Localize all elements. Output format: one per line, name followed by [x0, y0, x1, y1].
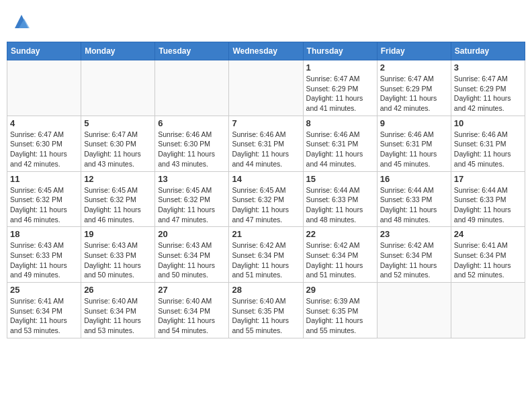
- day-number: 10: [454, 118, 522, 128]
- day-of-week-header: Monday: [81, 42, 155, 60]
- day-info: Sunrise: 6:42 AM Sunset: 6:34 PM Dayligh…: [232, 240, 300, 280]
- day-number: 20: [158, 229, 226, 239]
- calendar-cell: 12Sunrise: 6:45 AM Sunset: 6:32 PM Dayli…: [81, 171, 155, 227]
- calendar-cell: 6Sunrise: 6:46 AM Sunset: 6:30 PM Daylig…: [155, 116, 229, 171]
- day-number: 25: [10, 285, 78, 295]
- calendar-cell: 21Sunrise: 6:42 AM Sunset: 6:34 PM Dayli…: [229, 227, 303, 283]
- day-number: 29: [306, 285, 374, 295]
- day-info: Sunrise: 6:46 AM Sunset: 6:31 PM Dayligh…: [380, 130, 448, 169]
- day-number: 19: [84, 229, 152, 239]
- day-info: Sunrise: 6:40 AM Sunset: 6:34 PM Dayligh…: [84, 296, 152, 336]
- calendar-cell: 8Sunrise: 6:46 AM Sunset: 6:31 PM Daylig…: [303, 116, 377, 171]
- calendar-cell: 23Sunrise: 6:42 AM Sunset: 6:34 PM Dayli…: [377, 227, 451, 283]
- day-number: 6: [158, 118, 226, 128]
- day-info: Sunrise: 6:43 AM Sunset: 6:33 PM Dayligh…: [84, 240, 152, 280]
- day-of-week-header: Tuesday: [155, 42, 229, 60]
- calendar-cell: 2Sunrise: 6:47 AM Sunset: 6:29 PM Daylig…: [377, 60, 451, 116]
- day-info: Sunrise: 6:47 AM Sunset: 6:30 PM Dayligh…: [84, 130, 152, 169]
- day-of-week-header: Wednesday: [229, 42, 303, 60]
- day-number: 27: [158, 285, 226, 295]
- calendar-cell: 4Sunrise: 6:47 AM Sunset: 6:30 PM Daylig…: [7, 116, 81, 171]
- calendar-cell: 22Sunrise: 6:42 AM Sunset: 6:34 PM Dayli…: [303, 227, 377, 283]
- day-info: Sunrise: 6:44 AM Sunset: 6:33 PM Dayligh…: [454, 185, 522, 225]
- calendar-cell: 25Sunrise: 6:41 AM Sunset: 6:34 PM Dayli…: [7, 283, 81, 338]
- day-number: 5: [84, 118, 152, 128]
- day-number: 24: [454, 229, 522, 239]
- day-of-week-header: Sunday: [7, 42, 81, 60]
- calendar-cell: [229, 60, 303, 116]
- calendar-cell: 1Sunrise: 6:47 AM Sunset: 6:29 PM Daylig…: [303, 60, 377, 116]
- day-info: Sunrise: 6:43 AM Sunset: 6:33 PM Dayligh…: [10, 240, 78, 280]
- day-of-week-header: Friday: [377, 42, 451, 60]
- calendar-week-row: 4Sunrise: 6:47 AM Sunset: 6:30 PM Daylig…: [7, 116, 525, 171]
- day-number: 17: [454, 174, 522, 184]
- day-number: 12: [84, 174, 152, 184]
- day-info: Sunrise: 6:41 AM Sunset: 6:34 PM Dayligh…: [454, 240, 522, 280]
- day-number: 7: [232, 118, 300, 128]
- day-info: Sunrise: 6:46 AM Sunset: 6:31 PM Dayligh…: [454, 130, 522, 169]
- calendar-cell: 5Sunrise: 6:47 AM Sunset: 6:30 PM Daylig…: [81, 116, 155, 171]
- day-number: 4: [10, 118, 78, 128]
- day-number: 9: [380, 118, 448, 128]
- day-info: Sunrise: 6:40 AM Sunset: 6:35 PM Dayligh…: [232, 296, 300, 336]
- day-info: Sunrise: 6:44 AM Sunset: 6:33 PM Dayligh…: [306, 185, 374, 225]
- calendar-week-row: 1Sunrise: 6:47 AM Sunset: 6:29 PM Daylig…: [7, 60, 525, 116]
- logo-icon: [12, 12, 31, 31]
- day-number: 1: [306, 62, 374, 73]
- day-number: 28: [232, 285, 300, 295]
- page-header: [7, 7, 525, 36]
- calendar-cell: 10Sunrise: 6:46 AM Sunset: 6:31 PM Dayli…: [451, 116, 525, 171]
- calendar-cell: 28Sunrise: 6:40 AM Sunset: 6:35 PM Dayli…: [229, 283, 303, 338]
- day-info: Sunrise: 6:45 AM Sunset: 6:32 PM Dayligh…: [232, 185, 300, 225]
- day-info: Sunrise: 6:42 AM Sunset: 6:34 PM Dayligh…: [380, 240, 448, 280]
- calendar-cell: 3Sunrise: 6:47 AM Sunset: 6:29 PM Daylig…: [451, 60, 525, 116]
- calendar-cell: 24Sunrise: 6:41 AM Sunset: 6:34 PM Dayli…: [451, 227, 525, 283]
- calendar-cell: [155, 60, 229, 116]
- day-of-week-header: Saturday: [451, 42, 525, 60]
- calendar-cell: 15Sunrise: 6:44 AM Sunset: 6:33 PM Dayli…: [303, 171, 377, 227]
- day-info: Sunrise: 6:45 AM Sunset: 6:32 PM Dayligh…: [84, 185, 152, 225]
- day-info: Sunrise: 6:46 AM Sunset: 6:31 PM Dayligh…: [306, 130, 374, 169]
- day-number: 16: [380, 174, 448, 184]
- day-info: Sunrise: 6:47 AM Sunset: 6:29 PM Dayligh…: [306, 74, 374, 113]
- calendar-cell: 16Sunrise: 6:44 AM Sunset: 6:33 PM Dayli…: [377, 171, 451, 227]
- day-info: Sunrise: 6:42 AM Sunset: 6:34 PM Dayligh…: [306, 240, 374, 280]
- day-info: Sunrise: 6:45 AM Sunset: 6:32 PM Dayligh…: [10, 185, 78, 225]
- day-info: Sunrise: 6:41 AM Sunset: 6:34 PM Dayligh…: [10, 296, 78, 336]
- calendar-week-row: 25Sunrise: 6:41 AM Sunset: 6:34 PM Dayli…: [7, 283, 525, 338]
- day-number: 14: [232, 174, 300, 184]
- day-number: 8: [306, 118, 374, 128]
- logo: [9, 12, 31, 31]
- calendar-cell: 19Sunrise: 6:43 AM Sunset: 6:33 PM Dayli…: [81, 227, 155, 283]
- day-info: Sunrise: 6:47 AM Sunset: 6:30 PM Dayligh…: [10, 130, 78, 169]
- day-number: 13: [158, 174, 226, 184]
- day-number: 23: [380, 229, 448, 239]
- day-info: Sunrise: 6:47 AM Sunset: 6:29 PM Dayligh…: [454, 74, 522, 113]
- calendar-cell: 18Sunrise: 6:43 AM Sunset: 6:33 PM Dayli…: [7, 227, 81, 283]
- day-info: Sunrise: 6:45 AM Sunset: 6:32 PM Dayligh…: [158, 185, 226, 225]
- calendar-cell: [7, 60, 81, 116]
- calendar-cell: 7Sunrise: 6:46 AM Sunset: 6:31 PM Daylig…: [229, 116, 303, 171]
- calendar-cell: 17Sunrise: 6:44 AM Sunset: 6:33 PM Dayli…: [451, 171, 525, 227]
- calendar-cell: [451, 283, 525, 338]
- day-number: 2: [380, 62, 448, 73]
- calendar-cell: 9Sunrise: 6:46 AM Sunset: 6:31 PM Daylig…: [377, 116, 451, 171]
- day-number: 11: [10, 174, 78, 184]
- calendar-header-row: SundayMondayTuesdayWednesdayThursdayFrid…: [7, 42, 525, 60]
- calendar-week-row: 18Sunrise: 6:43 AM Sunset: 6:33 PM Dayli…: [7, 227, 525, 283]
- day-number: 15: [306, 174, 374, 184]
- calendar-cell: 20Sunrise: 6:43 AM Sunset: 6:34 PM Dayli…: [155, 227, 229, 283]
- day-info: Sunrise: 6:44 AM Sunset: 6:33 PM Dayligh…: [380, 185, 448, 225]
- day-number: 26: [84, 285, 152, 295]
- day-info: Sunrise: 6:39 AM Sunset: 6:35 PM Dayligh…: [306, 296, 374, 336]
- calendar-cell: 14Sunrise: 6:45 AM Sunset: 6:32 PM Dayli…: [229, 171, 303, 227]
- day-number: 18: [10, 229, 78, 239]
- calendar-cell: [81, 60, 155, 116]
- calendar-cell: 11Sunrise: 6:45 AM Sunset: 6:32 PM Dayli…: [7, 171, 81, 227]
- day-info: Sunrise: 6:46 AM Sunset: 6:31 PM Dayligh…: [232, 130, 300, 169]
- calendar-table: SundayMondayTuesdayWednesdayThursdayFrid…: [7, 42, 525, 338]
- calendar-cell: 26Sunrise: 6:40 AM Sunset: 6:34 PM Dayli…: [81, 283, 155, 338]
- calendar-week-row: 11Sunrise: 6:45 AM Sunset: 6:32 PM Dayli…: [7, 171, 525, 227]
- calendar-cell: 29Sunrise: 6:39 AM Sunset: 6:35 PM Dayli…: [303, 283, 377, 338]
- calendar-cell: [377, 283, 451, 338]
